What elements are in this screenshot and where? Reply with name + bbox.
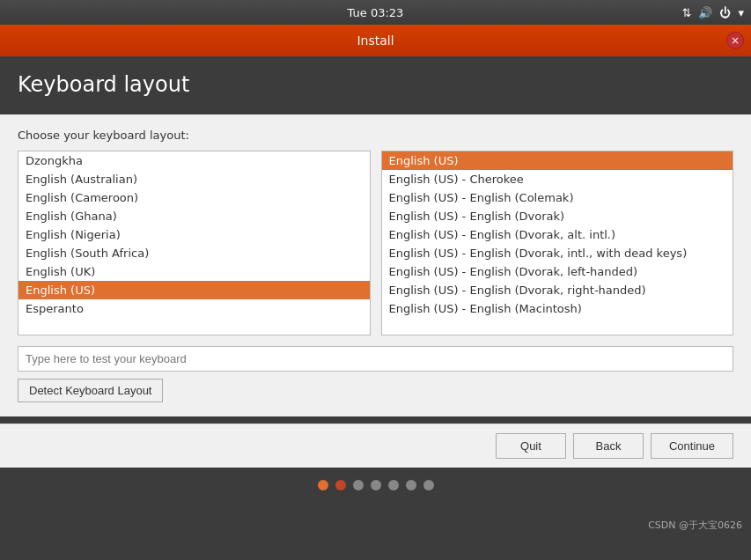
page-header: Keyboard layout	[0, 56, 751, 114]
window-titlebar: Install ×	[0, 25, 751, 56]
list-item[interactable]: English (US) - English (Dvorak, alt. int…	[382, 225, 733, 244]
list-item[interactable]: English (US) - English (Colemak)	[382, 188, 733, 207]
right-list[interactable]: English (US)English (US) - CherokeeEngli…	[381, 151, 734, 335]
power-icon[interactable]: ⏻	[719, 6, 731, 19]
progress-dot	[423, 480, 434, 490]
progress-dot	[353, 480, 364, 490]
progress-dots	[0, 468, 751, 503]
list-item[interactable]: English (US) - English (Dvorak, intl., w…	[382, 244, 733, 262]
continue-button[interactable]: Continue	[651, 433, 733, 459]
content-area: Choose your keyboard layout: DzongkhaEng…	[0, 114, 751, 416]
clock: Tue 03:23	[348, 6, 404, 19]
left-list[interactable]: DzongkhaEnglish (Australian)English (Cam…	[18, 151, 371, 335]
list-item[interactable]: English (Cameroon)	[18, 188, 370, 207]
list-item[interactable]: English (Australian)	[18, 170, 370, 188]
page-title: Keyboard layout	[18, 72, 733, 97]
watermark: CSDN @于大宝0626	[648, 519, 742, 532]
quit-button[interactable]: Quit	[496, 433, 566, 459]
list-item[interactable]: Esperanto	[18, 299, 370, 318]
progress-dot	[318, 480, 328, 490]
keyboard-test-input[interactable]	[18, 346, 733, 372]
chevron-down-icon[interactable]: ▾	[738, 6, 744, 19]
subtitle: Choose your keyboard layout:	[18, 129, 733, 142]
bottom-bar: Quit Back Continue	[0, 424, 751, 468]
detect-keyboard-button[interactable]: Detect Keyboard Layout	[18, 379, 163, 402]
list-item[interactable]: English (Ghana)	[18, 207, 370, 225]
list-item[interactable]: English (US) - English (Dvorak, right-ha…	[382, 281, 733, 299]
progress-dot	[388, 480, 399, 490]
volume-icon[interactable]: 🔊	[698, 6, 712, 19]
keyboard-test-area	[18, 346, 733, 372]
window-title: Install	[357, 33, 394, 48]
lists-container: DzongkhaEnglish (Australian)English (Cam…	[18, 151, 733, 335]
network-icon[interactable]: ⇅	[682, 6, 692, 19]
progress-dot	[371, 480, 381, 490]
back-button[interactable]: Back	[573, 433, 644, 459]
close-button[interactable]: ×	[726, 32, 744, 49]
list-item[interactable]: English (US)	[382, 151, 733, 170]
progress-dot	[406, 480, 416, 490]
list-item[interactable]: English (US) - English (Dvorak)	[382, 207, 733, 225]
list-item[interactable]: English (US) - English (Dvorak, left-han…	[382, 262, 733, 281]
list-item[interactable]: English (UK)	[18, 262, 370, 281]
list-item[interactable]: English (US) - English (Macintosh)	[382, 299, 733, 318]
list-item[interactable]: English (US)	[18, 281, 370, 299]
progress-dot	[335, 480, 346, 490]
list-item[interactable]: English (South Africa)	[18, 244, 370, 262]
top-bar: Tue 03:23 ⇅ 🔊 ⏻ ▾	[0, 0, 751, 25]
list-item[interactable]: English (Nigeria)	[18, 225, 370, 244]
list-item[interactable]: English (US) - Cherokee	[382, 170, 733, 188]
list-item[interactable]: Dzongkha	[18, 151, 370, 170]
